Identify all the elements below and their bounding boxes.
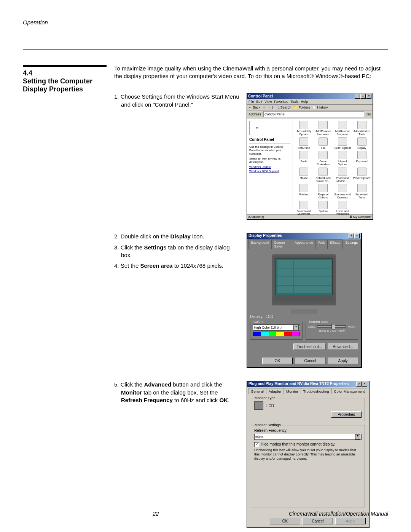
dlg-title-text: Display Properties xyxy=(249,233,282,238)
menu-help[interactable]: Help xyxy=(301,100,308,104)
tab-appearance[interactable]: Appearance xyxy=(292,240,316,249)
display-properties-dialog: Display Properties ? × Background Screen… xyxy=(247,233,362,368)
cp-icon-datetime[interactable]: Date/Time xyxy=(295,137,313,150)
cp-icon-sounds[interactable]: Sounds and Multimedia xyxy=(295,201,313,216)
cp-icon-regional[interactable]: Regional Options xyxy=(314,184,333,199)
tab-troubleshooting[interactable]: Troubleshooting xyxy=(301,388,332,394)
apply-button[interactable]: Apply xyxy=(328,358,358,364)
toolbar-history[interactable]: 🕘History xyxy=(312,105,328,109)
cp-icon-power-options[interactable]: Power Options xyxy=(352,168,371,182)
minimize-button[interactable]: _ xyxy=(355,94,360,99)
tab-general[interactable]: General xyxy=(248,388,266,394)
help-button[interactable]: ? xyxy=(349,233,354,238)
control-panel-window: Control Panel _ □ × File Edit View Favor… xyxy=(247,93,373,220)
cp-icon-fax[interactable]: Fax xyxy=(314,137,333,150)
page-number: 22 xyxy=(23,511,289,517)
cancel-button[interactable]: Cancel xyxy=(295,358,325,364)
cp-icon-phone-modem[interactable]: Phone and Modem ... xyxy=(333,168,352,182)
cp-icon-network[interactable]: Network and Dial-up Co... xyxy=(314,168,333,182)
section-number: 4.4 xyxy=(23,69,107,77)
tab-background[interactable]: Background xyxy=(248,240,272,249)
cp-icon-scheduled-tasks[interactable]: Scheduled Tasks xyxy=(352,184,371,199)
toolbar-search[interactable]: 🔍Search xyxy=(276,105,292,109)
maximize-button[interactable]: □ xyxy=(360,94,366,99)
menu-favorites[interactable]: Favorites xyxy=(274,100,288,104)
cp-icon-game-controllers[interactable]: Game Controllers xyxy=(314,151,333,166)
cp-icon-printers[interactable]: Printers xyxy=(295,184,313,199)
link-windows-update[interactable]: Windows Update xyxy=(249,165,290,169)
cp-icon-internet-options[interactable]: Internet Options xyxy=(333,151,352,166)
cp-icon-folder-options[interactable]: Folder Options xyxy=(333,137,352,150)
ok-button[interactable]: OK xyxy=(262,358,293,364)
color-swatch xyxy=(253,332,300,336)
cp-folder-icon: 🗀 xyxy=(249,121,265,135)
mon-tabs: General Adapter Monitor Troubleshooting … xyxy=(247,387,369,394)
cp-icon-keyboard[interactable]: Keyboard xyxy=(352,151,371,166)
tab-settings[interactable]: Settings xyxy=(342,240,360,249)
screenarea-group: Screen area Less More 1024 × 768 pixels xyxy=(306,322,358,340)
hide-modes-checkbox[interactable]: ✓ xyxy=(254,442,259,447)
section-title: Setting the Computer Display Properties xyxy=(23,77,107,93)
address-input[interactable] xyxy=(263,111,364,117)
cp-title-text: Control Panel xyxy=(248,94,273,98)
color-depth-select[interactable]: High Color (16 bit) ▾ xyxy=(253,324,300,331)
section-heading-block: 4.4 Setting the Computer Display Propert… xyxy=(23,65,107,93)
resolution-readout: 1024 × 768 pixels xyxy=(308,329,355,333)
advanced-button[interactable]: Advanced... xyxy=(328,343,358,350)
close-button[interactable]: × xyxy=(362,382,367,387)
step-3: 3. Click the Settings tab on the display… xyxy=(114,244,240,259)
toolbar-up[interactable]: ↑ xyxy=(268,105,270,109)
tab-screensaver[interactable]: Screen Saver xyxy=(271,240,292,249)
menu-tools[interactable]: Tools xyxy=(290,100,298,104)
toolbar-forward[interactable]: → xyxy=(263,105,266,109)
cp-icon-addremove-programs[interactable]: Add/Remove Programs xyxy=(333,121,352,136)
go-button[interactable]: Go xyxy=(366,112,371,116)
cp-icon-system[interactable]: System xyxy=(314,201,333,216)
cp-icon-addremove-hardware[interactable]: Add/Remove Hardware xyxy=(314,121,333,136)
tab-color-management[interactable]: Color Management xyxy=(331,388,368,394)
apply-button[interactable]: Apply xyxy=(335,518,366,524)
step-2: 2. Double click on the Display icon. xyxy=(114,233,240,240)
thick-rule xyxy=(23,65,107,67)
cp-menubar: File Edit View Favorites Tools Help xyxy=(247,99,373,105)
monitor-type-value: LCD xyxy=(266,404,274,408)
less-label: Less xyxy=(308,325,315,329)
close-button[interactable]: × xyxy=(366,94,371,99)
toolbar-back[interactable]: ← Back xyxy=(249,105,260,109)
hide-modes-label: Hide modes that this monitor cannot disp… xyxy=(261,442,335,446)
resolution-slider[interactable] xyxy=(317,325,346,328)
monitor-icon xyxy=(254,401,263,410)
cp-icon-users-passwords[interactable]: Users and Passwords xyxy=(333,201,352,216)
link-windows-2000-support[interactable]: Windows 2000 Support xyxy=(249,169,290,173)
cp-icon-display[interactable]: Display xyxy=(352,137,371,150)
colors-group: Colors High Color (16 bit) ▾ xyxy=(250,322,303,340)
tab-adapter[interactable]: Adapter xyxy=(266,388,284,394)
more-label: More xyxy=(347,325,355,329)
tab-effects[interactable]: Effects xyxy=(327,240,343,249)
ok-button[interactable]: OK xyxy=(270,518,300,524)
refresh-frequency-select[interactable]: 60Hz ▾ xyxy=(254,434,362,440)
cp-left-desc1: Use the settings in Control Panel to per… xyxy=(249,145,290,155)
cp-icon-admin-tools[interactable]: Administrative Tools xyxy=(352,121,371,136)
display-label-row: Display: LCD xyxy=(250,315,358,319)
cp-icon-grid: Accessibility Options Add/Remove Hardwar… xyxy=(293,118,373,214)
tab-web[interactable]: Web xyxy=(315,240,328,249)
cp-icon-mouse[interactable]: Mouse xyxy=(295,168,313,182)
status-count: 23 object(s) xyxy=(248,215,264,219)
cp-icon-accessibility[interactable]: Accessibility Options xyxy=(295,121,313,136)
dlg-titlebar: Display Properties ? × xyxy=(247,233,361,239)
tab-monitor[interactable]: Monitor xyxy=(284,388,301,394)
close-button[interactable]: × xyxy=(354,233,360,238)
cancel-button[interactable]: Cancel xyxy=(303,518,333,524)
properties-button[interactable]: Properties xyxy=(331,411,362,418)
menu-file[interactable]: File xyxy=(249,100,254,104)
chevron-down-icon: ▾ xyxy=(293,325,299,330)
help-button[interactable]: ? xyxy=(356,382,362,387)
troubleshoot-button[interactable]: Troubleshoot... xyxy=(293,343,325,350)
display-preview-base xyxy=(291,309,317,314)
cp-icon-scanners[interactable]: Scanners and Cameras xyxy=(333,184,352,199)
menu-view[interactable]: View xyxy=(264,100,272,104)
toolbar-folders[interactable]: 📁Folders xyxy=(293,105,310,109)
menu-edit[interactable]: Edit xyxy=(256,100,263,104)
cp-icon-fonts[interactable]: Fonts xyxy=(295,151,313,166)
